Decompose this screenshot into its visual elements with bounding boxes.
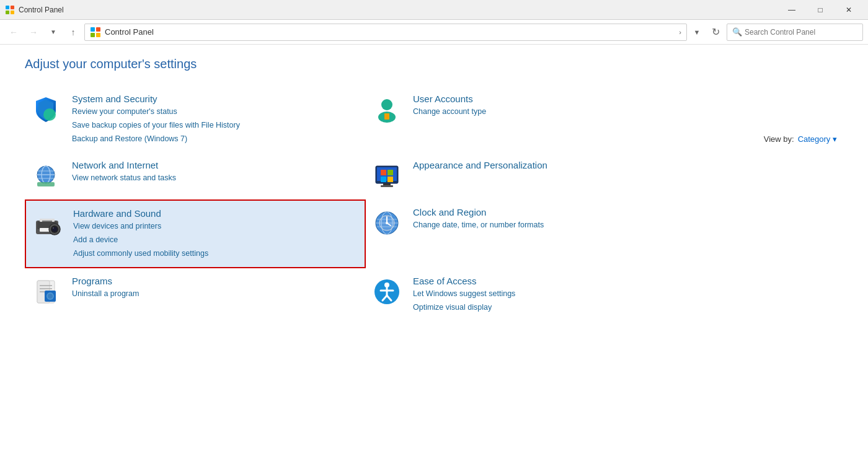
svg-point-34 [53, 227, 54, 229]
address-cp-icon [90, 27, 101, 38]
svg-rect-2 [6, 11, 9, 14]
ease-of-access-title[interactable]: Ease of Access [413, 276, 515, 286]
category-hardware-sound[interactable]: Hardware and Sound View devices and prin… [25, 199, 366, 268]
clock-region-text: Clock and Region Change date, time, or n… [413, 207, 544, 231]
network-internet-text: Network and Internet View network status… [72, 160, 176, 184]
network-internet-title[interactable]: Network and Internet [72, 160, 176, 170]
page-title: Adjust your computer's settings [25, 57, 843, 71]
close-button[interactable]: ✕ [835, 0, 863, 20]
search-input[interactable] [745, 28, 857, 37]
hardware-sound-title[interactable]: Hardware and Sound [73, 208, 208, 219]
svg-rect-24 [388, 177, 393, 182]
view-by-dropdown[interactable]: Category ▾ [798, 134, 837, 144]
ease-of-access-text: Ease of Access Let Windows suggest setti… [413, 276, 515, 313]
programs-icon [30, 276, 62, 308]
svg-rect-23 [381, 177, 386, 182]
category-programs[interactable]: Programs Uninstall a program [25, 268, 366, 321]
svg-point-33 [52, 227, 57, 232]
svg-rect-35 [42, 221, 52, 222]
svg-rect-4 [91, 27, 95, 32]
svg-rect-6 [91, 33, 95, 37]
category-appearance-personalization[interactable]: Appearance and Personalization [366, 152, 707, 199]
system-security-link-2[interactable]: Save backup copies of your files with Fi… [72, 119, 240, 131]
categories-grid: System and Security Review your computer… [25, 86, 707, 321]
window-title: Control Panel [19, 6, 64, 14]
address-chevron-icon: › [679, 28, 681, 36]
search-container: 🔍 [727, 24, 863, 41]
appearance-personalization-icon [371, 160, 403, 192]
svg-rect-7 [96, 33, 100, 37]
clock-region-icon [371, 207, 403, 239]
appearance-personalization-title[interactable]: Appearance and Personalization [413, 160, 547, 170]
svg-rect-21 [381, 170, 386, 175]
ease-of-access-link-1[interactable]: Let Windows suggest settings [413, 287, 515, 300]
programs-text: Programs Uninstall a program [72, 276, 139, 300]
clock-region-link-1[interactable]: Change date, time, or number formats [413, 219, 544, 231]
network-internet-icon [30, 160, 62, 192]
svg-rect-5 [96, 27, 100, 32]
user-accounts-text: User Accounts Change account type [413, 94, 486, 118]
svg-rect-0 [6, 6, 9, 9]
control-panel-icon [5, 5, 15, 15]
hardware-sound-text: Hardware and Sound View devices and prin… [73, 208, 208, 260]
recent-locations-button[interactable]: ▼ [45, 24, 62, 41]
system-security-text: System and Security Review your computer… [72, 94, 240, 145]
svg-rect-18 [37, 182, 55, 186]
appearance-personalization-text: Appearance and Personalization [413, 160, 547, 170]
main-content: Adjust your computer's settings View by:… [0, 45, 868, 451]
svg-point-8 [43, 108, 56, 121]
forward-button[interactable]: → [25, 24, 42, 41]
window-controls: — □ ✕ [777, 0, 863, 20]
svg-rect-26 [381, 185, 393, 187]
category-network-internet[interactable]: Network and Internet View network status… [25, 152, 366, 199]
user-accounts-icon [371, 94, 403, 126]
maximize-button[interactable]: □ [806, 0, 835, 20]
hardware-sound-icon [31, 208, 63, 240]
title-bar: Control Panel — □ ✕ [0, 0, 868, 20]
ease-of-access-link-2[interactable]: Optimize visual display [413, 301, 515, 313]
system-security-title[interactable]: System and Security [72, 94, 240, 104]
svg-rect-1 [11, 6, 14, 9]
system-security-link-3[interactable]: Backup and Restore (Windows 7) [72, 133, 240, 145]
minimize-button[interactable]: — [777, 0, 806, 20]
clock-region-title[interactable]: Clock and Region [413, 207, 544, 217]
category-user-accounts[interactable]: User Accounts Change account type [366, 86, 707, 152]
up-button[interactable]: ↑ [64, 24, 82, 41]
address-bar: ← → ▼ ↑ Control Panel › ▼ ↻ 🔍 [0, 20, 868, 45]
system-security-icon [30, 94, 62, 126]
address-path: Control Panel [105, 27, 675, 37]
system-security-link-1[interactable]: Review your computer's status [72, 105, 240, 118]
svg-rect-3 [11, 11, 14, 14]
address-dropdown-button[interactable]: ▼ [689, 24, 704, 41]
category-system-security[interactable]: System and Security Review your computer… [25, 86, 366, 152]
user-accounts-link-1[interactable]: Change account type [413, 105, 486, 118]
ease-of-access-icon [371, 276, 403, 308]
programs-link-1[interactable]: Uninstall a program [72, 287, 139, 300]
view-by-label: View by: [764, 134, 794, 144]
network-internet-link-1[interactable]: View network status and tasks [72, 172, 176, 184]
svg-rect-22 [388, 170, 393, 175]
category-ease-of-access[interactable]: Ease of Access Let Windows suggest setti… [366, 268, 707, 321]
svg-point-52 [48, 294, 53, 299]
hardware-sound-link-3[interactable]: Adjust commonly used mobility settings [73, 247, 208, 260]
hardware-sound-link-1[interactable]: View devices and printers [73, 220, 208, 232]
category-clock-region[interactable]: Clock and Region Change date, time, or n… [366, 199, 707, 268]
view-by-bar: View by: Category ▾ [764, 134, 837, 144]
refresh-button[interactable]: ↻ [707, 24, 724, 41]
user-accounts-title[interactable]: User Accounts [413, 94, 486, 104]
svg-rect-20 [377, 167, 397, 181]
svg-point-9 [381, 99, 392, 110]
back-button[interactable]: ← [5, 24, 22, 41]
hardware-sound-link-2[interactable]: Add a device [73, 234, 208, 246]
svg-point-44 [386, 222, 388, 224]
address-input[interactable]: Control Panel › [84, 24, 687, 41]
search-icon: 🔍 [732, 27, 742, 37]
programs-title[interactable]: Programs [72, 276, 139, 286]
